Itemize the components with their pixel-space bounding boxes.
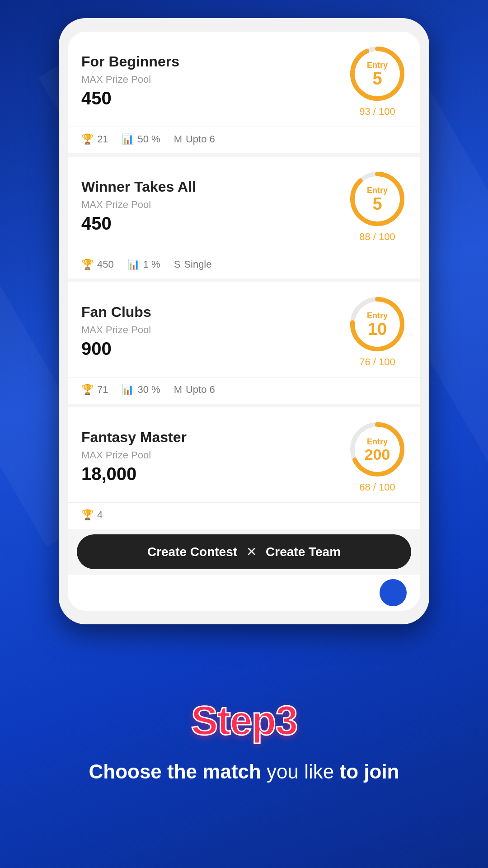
contest-list: For Beginners MAX Prize Pool 450 Entry 5… bbox=[68, 32, 420, 529]
entry-circle-content: Entry 5 bbox=[367, 186, 388, 212]
stat-item: 📊 1 % bbox=[127, 259, 160, 270]
stat-item: M Upto 6 bbox=[174, 133, 215, 145]
desc-to-join: to join bbox=[340, 760, 399, 783]
contest-stats: 🏆 450 📊 1 % S Single bbox=[68, 252, 420, 278]
contest-label: MAX Prize Pool bbox=[81, 449, 348, 461]
entry-slots: 68 / 100 bbox=[359, 481, 395, 493]
entry-amount: 5 bbox=[372, 195, 382, 212]
trophy-icon: 🏆 bbox=[81, 133, 94, 145]
teams-icon: M bbox=[174, 133, 182, 145]
contest-card-fantasy-master[interactable]: Fantasy Master MAX Prize Pool 18,000 Ent… bbox=[68, 407, 420, 529]
trophy-icon: 🏆 bbox=[81, 384, 94, 396]
phone-screen: For Beginners MAX Prize Pool 450 Entry 5… bbox=[68, 32, 420, 611]
contest-info: Winner Takes All MAX Prize Pool 450 bbox=[81, 179, 348, 234]
contest-stats: 🏆 4 bbox=[68, 502, 420, 529]
contest-prize: 450 bbox=[81, 88, 348, 108]
entry-circle-content: Entry 5 bbox=[367, 61, 388, 87]
entry-circle-wrapper: Entry 5 93 / 100 bbox=[348, 44, 407, 118]
create-team-button[interactable]: Create Team bbox=[266, 545, 341, 559]
entry-circle-wrapper: Entry 10 76 / 100 bbox=[348, 295, 407, 368]
entry-slots: 76 / 100 bbox=[359, 356, 395, 368]
contest-main: Winner Takes All MAX Prize Pool 450 Entr… bbox=[68, 157, 420, 252]
desc-you-like: you like bbox=[267, 760, 339, 783]
contest-main: For Beginners MAX Prize Pool 450 Entry 5… bbox=[68, 32, 420, 127]
stat-value: Single bbox=[184, 259, 211, 270]
entry-circle-content: Entry 200 bbox=[365, 437, 390, 462]
chart-icon: 📊 bbox=[122, 133, 134, 145]
entry-label: Entry bbox=[367, 311, 388, 321]
action-divider: ✕ bbox=[246, 544, 257, 559]
entry-circle-content: Entry 10 bbox=[367, 311, 388, 338]
contest-title: Winner Takes All bbox=[81, 179, 348, 195]
create-contest-button[interactable]: Create Contest bbox=[147, 545, 237, 559]
desc-choose: Choose the match bbox=[89, 760, 267, 783]
entry-slots: 93 / 100 bbox=[359, 106, 395, 118]
stat-value: Upto 6 bbox=[186, 133, 215, 145]
stat-item: 🏆 71 bbox=[81, 384, 108, 396]
stat-value: 50 % bbox=[137, 133, 160, 145]
stat-item: M Upto 6 bbox=[174, 384, 215, 396]
contest-title: Fan Clubs bbox=[81, 304, 348, 321]
entry-circle-wrapper: Entry 5 88 / 100 bbox=[348, 170, 407, 243]
entry-label: Entry bbox=[367, 61, 388, 70]
bottom-section: Step3 Choose the match you like to join bbox=[0, 624, 488, 868]
stat-value: 71 bbox=[97, 384, 108, 396]
stat-value: 4 bbox=[97, 509, 103, 521]
contest-card-fan-clubs[interactable]: Fan Clubs MAX Prize Pool 900 Entry 10 76… bbox=[68, 282, 420, 404]
contest-label: MAX Prize Pool bbox=[81, 74, 348, 85]
entry-circle: Entry 200 bbox=[348, 420, 407, 479]
contest-card-winner-takes-all[interactable]: Winner Takes All MAX Prize Pool 450 Entr… bbox=[68, 157, 420, 278]
stat-value: 21 bbox=[97, 133, 108, 145]
entry-amount: 200 bbox=[365, 447, 390, 462]
contest-title: Fantasy Master bbox=[81, 429, 348, 446]
contest-info: For Beginners MAX Prize Pool 450 bbox=[81, 53, 348, 108]
stat-value: 1 % bbox=[143, 259, 160, 270]
contest-label: MAX Prize Pool bbox=[81, 199, 348, 211]
stat-item: 🏆 450 bbox=[81, 259, 114, 270]
entry-label: Entry bbox=[367, 437, 388, 447]
contest-info: Fan Clubs MAX Prize Pool 900 bbox=[81, 304, 348, 359]
chart-icon: 📊 bbox=[122, 384, 134, 396]
contest-card-beginners[interactable]: For Beginners MAX Prize Pool 450 Entry 5… bbox=[68, 32, 420, 153]
contest-main: Fantasy Master MAX Prize Pool 18,000 Ent… bbox=[68, 407, 420, 502]
entry-label: Entry bbox=[367, 186, 388, 195]
entry-amount: 5 bbox=[372, 70, 382, 87]
trophy-icon: 🏆 bbox=[81, 259, 94, 270]
contest-prize: 900 bbox=[81, 339, 348, 359]
entry-circle: Entry 5 bbox=[348, 170, 407, 228]
entry-slots: 88 / 100 bbox=[359, 231, 395, 243]
action-bar: Create Contest ✕ Create Team bbox=[77, 534, 411, 569]
phone-mockup: For Beginners MAX Prize Pool 450 Entry 5… bbox=[59, 18, 429, 624]
stat-item: 📊 50 % bbox=[122, 133, 160, 145]
stat-item: S Single bbox=[174, 259, 212, 270]
contest-title: For Beginners bbox=[81, 53, 348, 70]
stat-value: Upto 6 bbox=[186, 384, 215, 396]
entry-amount: 10 bbox=[368, 321, 387, 338]
step-title: Step3 bbox=[191, 698, 297, 744]
step-description: Choose the match you like to join bbox=[89, 758, 399, 786]
contest-info: Fantasy Master MAX Prize Pool 18,000 bbox=[81, 429, 348, 484]
contest-stats: 🏆 21 📊 50 % M Upto 6 bbox=[68, 127, 420, 153]
entry-circle: Entry 10 bbox=[348, 295, 407, 354]
entry-circle: Entry 5 bbox=[348, 44, 407, 103]
chart-icon: 📊 bbox=[127, 259, 140, 270]
stat-value: 450 bbox=[97, 259, 114, 270]
stat-item: 🏆 4 bbox=[81, 509, 103, 521]
contest-prize: 450 bbox=[81, 213, 348, 234]
stat-item: 🏆 21 bbox=[81, 133, 108, 145]
partial-avatar bbox=[380, 579, 407, 606]
teams-icon: S bbox=[174, 259, 181, 270]
contest-main: Fan Clubs MAX Prize Pool 900 Entry 10 76… bbox=[68, 282, 420, 377]
contest-stats: 🏆 71 📊 30 % M Upto 6 bbox=[68, 377, 420, 404]
stat-value: 30 % bbox=[137, 384, 160, 396]
trophy-icon: 🏆 bbox=[81, 509, 94, 521]
contest-prize: 18,000 bbox=[81, 464, 348, 484]
stat-item: 📊 30 % bbox=[122, 384, 160, 396]
teams-icon: M bbox=[174, 384, 182, 396]
entry-circle-wrapper: Entry 200 68 / 100 bbox=[348, 420, 407, 493]
partial-card bbox=[68, 575, 420, 611]
contest-label: MAX Prize Pool bbox=[81, 324, 348, 336]
